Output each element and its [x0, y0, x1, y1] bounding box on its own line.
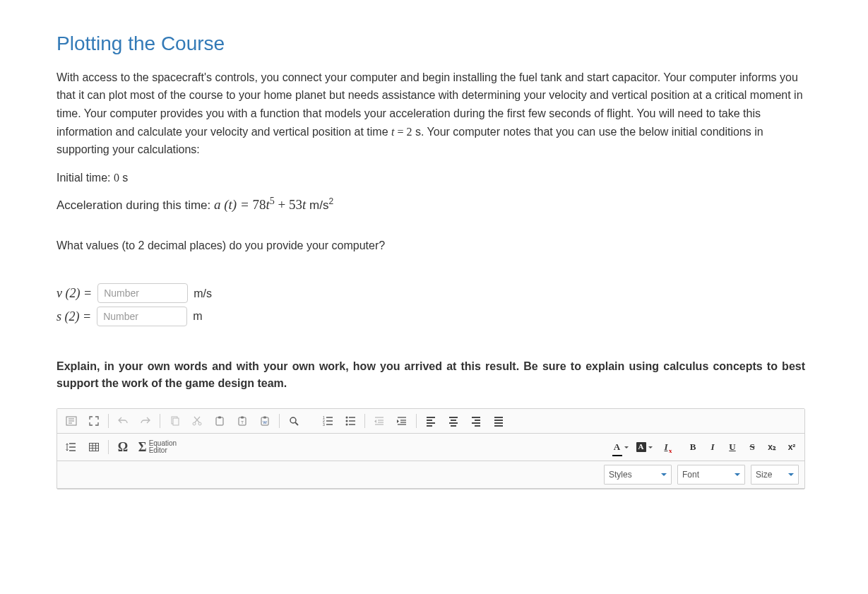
bold-button[interactable]: B [684, 438, 702, 456]
svg-point-26 [346, 424, 348, 426]
velocity-unit: m/s [194, 285, 212, 303]
velocity-input[interactable] [97, 283, 188, 303]
align-justify-icon[interactable] [487, 412, 510, 429]
section-title: Plotting the Course [57, 28, 805, 60]
redo-icon[interactable] [134, 412, 157, 429]
position-input[interactable] [97, 307, 187, 326]
text-color-button[interactable]: A [609, 438, 631, 456]
svg-point-24 [346, 417, 348, 419]
svg-rect-8 [216, 417, 223, 425]
line-height-icon[interactable] [60, 439, 83, 456]
toolbar-separator [364, 414, 365, 428]
background-color-button[interactable]: A [633, 438, 655, 456]
toolbar-separator [160, 414, 160, 428]
accel-c1: 78 [253, 197, 266, 212]
table-icon[interactable] [83, 439, 105, 456]
explain-prompt: Explain, in your own words and with your… [57, 358, 805, 393]
accel-lhs: a (t) = [214, 197, 253, 212]
equation-editor-button[interactable]: Σ EquationEditor [134, 439, 181, 456]
bulleted-list-icon[interactable] [339, 412, 362, 429]
paste-text-icon[interactable]: T [231, 412, 254, 429]
cut-icon[interactable] [186, 412, 208, 429]
caret-down-icon [661, 473, 667, 476]
svg-rect-14 [263, 417, 266, 419]
position-unit: m [193, 307, 202, 326]
initial-time-label: Initial time: [57, 172, 114, 184]
toolbar-row-2: Ω Σ EquationEditor A A [57, 434, 804, 461]
question-text: What values (to 2 decimal places) do you… [57, 237, 805, 255]
svg-point-6 [193, 422, 196, 425]
special-char-icon[interactable]: Ω [112, 439, 134, 456]
svg-line-17 [295, 422, 298, 425]
outdent-icon[interactable] [368, 412, 391, 429]
strikethrough-button[interactable]: S [743, 438, 761, 456]
svg-text:3: 3 [323, 422, 325, 427]
styles-dropdown-label: Styles [609, 468, 632, 482]
s-lhs: s (2) = [57, 309, 91, 323]
italic-button[interactable]: I [703, 438, 722, 456]
initial-time-unit: s [119, 172, 128, 184]
svg-rect-5 [173, 418, 179, 425]
accel-c2: 53 [289, 197, 302, 212]
math-val-2: 2 [407, 126, 412, 138]
align-left-icon[interactable] [420, 412, 442, 429]
align-center-icon[interactable] [442, 412, 465, 429]
accel-exp-5: 5 [270, 196, 275, 206]
underline-button[interactable]: U [723, 438, 742, 456]
caret-down-icon [735, 473, 740, 476]
svg-point-16 [290, 417, 296, 423]
paste-word-icon[interactable]: W [254, 412, 276, 429]
accel-plus: + [275, 197, 289, 212]
initial-time-value: 0 [114, 172, 119, 184]
rich-text-editor: T W 123 [57, 408, 805, 489]
copy-icon[interactable] [163, 412, 186, 429]
align-right-icon[interactable] [465, 412, 487, 429]
paste-icon[interactable] [208, 412, 231, 429]
math-eq: = [394, 126, 406, 138]
svg-text:W: W [263, 420, 267, 424]
undo-icon[interactable] [112, 412, 134, 429]
intro-paragraph: With access to the spacecraft's controls… [57, 69, 805, 159]
toolbar-separator [416, 414, 417, 428]
accel-label: Acceleration during this time: [57, 198, 214, 212]
indent-icon[interactable] [391, 412, 413, 429]
toolbar-row-3: Styles Font Size [57, 461, 804, 489]
toolbar-row-1: T W 123 [57, 409, 804, 434]
numbered-list-icon[interactable]: 123 [316, 412, 339, 429]
remove-format-icon[interactable]: Ix [657, 438, 675, 456]
find-icon[interactable] [283, 412, 305, 429]
v-lhs: v (2) = [57, 286, 92, 300]
svg-point-7 [198, 422, 201, 425]
toolbar-separator [279, 414, 280, 428]
size-dropdown-label: Size [756, 468, 772, 482]
acceleration-line: Acceleration during this time: a (t) = 7… [57, 194, 805, 215]
maximize-icon[interactable] [83, 412, 105, 429]
toolbar-separator [108, 440, 109, 454]
source-icon[interactable] [60, 412, 83, 429]
subscript-button[interactable]: x₂ [763, 438, 781, 456]
svg-rect-57 [90, 444, 99, 451]
caret-down-icon [788, 473, 794, 476]
svg-point-25 [346, 420, 348, 422]
caret-down-icon [648, 446, 653, 449]
toolbar-separator [108, 414, 109, 428]
font-dropdown[interactable]: Font [677, 465, 745, 485]
styles-dropdown[interactable]: Styles [604, 465, 672, 485]
svg-rect-9 [218, 417, 221, 419]
equation-editor-label: EquationEditor [149, 440, 177, 455]
svg-text:T: T [241, 420, 244, 424]
superscript-button[interactable]: x² [783, 438, 801, 456]
velocity-answer-row: v (2) = m/s [57, 283, 805, 304]
sigma-icon: Σ [138, 437, 147, 458]
initial-time-line: Initial time: 0 s [57, 169, 805, 187]
size-dropdown[interactable]: Size [751, 465, 799, 485]
caret-down-icon [624, 446, 629, 449]
accel-unit-exp: 2 [328, 196, 333, 206]
font-dropdown-label: Font [682, 468, 699, 482]
svg-rect-11 [241, 417, 244, 419]
accel-unit: m/s [306, 198, 328, 212]
position-answer-row: s (2) = m [57, 307, 805, 327]
